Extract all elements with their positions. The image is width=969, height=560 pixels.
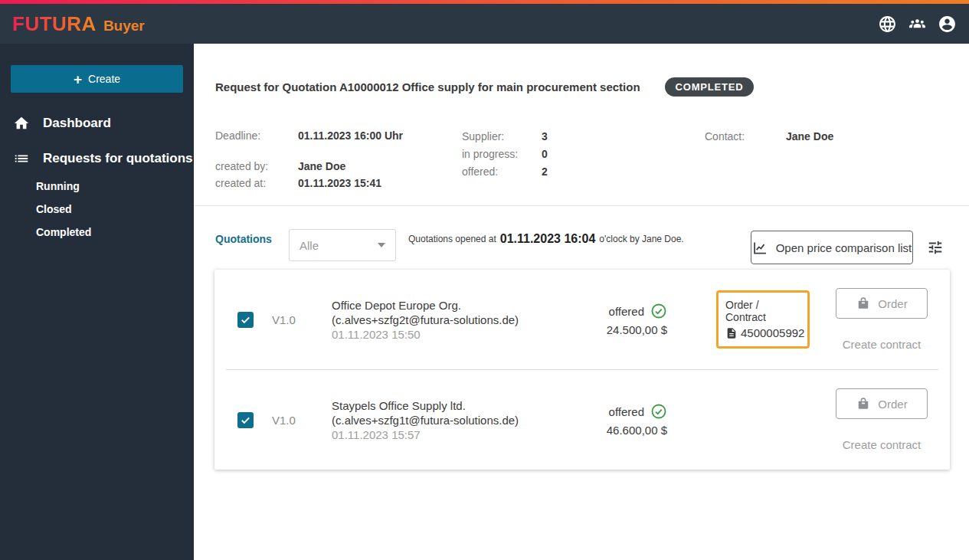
quotations-card: V1.0 Office Depot Europe Org. (c.alves+s… (214, 270, 950, 470)
brand-suffix: Buyer (103, 18, 145, 34)
document-icon (725, 327, 738, 339)
quotations-filter-select[interactable]: Alle (289, 229, 396, 261)
sidebar-item-dashboard[interactable]: Dashboard (0, 108, 194, 139)
sidebar-item-label: Dashboard (43, 116, 111, 131)
offer-status-label: offered (609, 405, 644, 418)
order-contract-label: Order / Contract (725, 299, 801, 323)
main-content: Request for Quotation A10000012 Office s… (194, 44, 969, 560)
app-window: FUTURA Buyer + Create Dashboard (0, 0, 969, 560)
bag-icon (856, 296, 871, 311)
chart-icon (752, 240, 768, 256)
quotation-date: 01.11.2023 15:50 (332, 327, 569, 342)
order-button[interactable]: Order (836, 288, 928, 319)
order-number: 4500005992 (741, 326, 804, 339)
quotation-row-2: V1.0 Staypels Office Supply ltd. (c.alve… (214, 370, 950, 470)
section-divider (194, 205, 969, 206)
offered-count-label: offered: (462, 163, 542, 181)
sidebar-item-closed[interactable]: Closed (0, 198, 194, 221)
contact-value: Jane Doe (786, 128, 833, 145)
sidebar-item-requests[interactable]: Requests for quotations (0, 143, 194, 174)
check-circle-icon (650, 403, 667, 420)
bag-icon (856, 396, 871, 411)
sidebar-item-label: Requests for quotations (43, 151, 193, 166)
contact-label: Contact: (705, 128, 786, 145)
create-contract-link[interactable]: Create contract (836, 338, 928, 351)
opened-time: 01.11.2023 16:04 (500, 232, 596, 246)
chevron-down-icon (378, 243, 385, 247)
supplier-count-value: 3 (542, 128, 548, 146)
row-checkbox[interactable] (237, 412, 254, 428)
supplier-name: Office Depot Europe Org. (332, 298, 569, 313)
in-progress-value: 0 (542, 146, 548, 163)
globe-icon[interactable] (878, 15, 897, 34)
quotations-section-label: Quotations (215, 233, 272, 245)
offer-info: offered 46.600,00 $ (569, 403, 667, 437)
order-button-label: Order (878, 398, 907, 411)
create-button-label: Create (88, 73, 120, 85)
app-header: FUTURA Buyer (0, 4, 969, 44)
filter-icon[interactable] (927, 239, 944, 256)
order-button[interactable]: Order (836, 388, 928, 419)
offer-status-label: offered (609, 305, 644, 318)
offer-price: 46.600,00 $ (569, 424, 667, 437)
brand-name: FUTURA (12, 12, 97, 36)
supplier-name: Staypels Office Supply ltd. (332, 398, 569, 413)
supplier-email: (c.alves+szfg2t@futura-solutions.de) (332, 313, 569, 327)
in-progress-label: in progress: (462, 146, 542, 163)
deadline-label: Deadline: (215, 128, 298, 143)
users-icon[interactable] (908, 15, 927, 34)
plus-icon: + (74, 72, 82, 87)
quotation-version: V1.0 (272, 414, 332, 427)
supplier-email: (c.alves+szfg1t@futura-solutions.de) (332, 413, 569, 427)
order-button-label: Order (878, 297, 907, 310)
home-icon (13, 115, 30, 132)
list-icon (13, 150, 30, 167)
created-by-label: created by: (215, 158, 298, 175)
quotations-opened-note: Quotations opened at 01.11.2023 16:04 o'… (408, 232, 684, 246)
offer-info: offered 24.500,00 $ (569, 303, 667, 336)
compare-button-label: Open price comparison list (776, 241, 912, 254)
page-title: Request for Quotation A10000012 Office s… (215, 80, 640, 93)
quotation-version: V1.0 (272, 313, 332, 326)
sidebar-item-running[interactable]: Running (0, 175, 194, 198)
create-button[interactable]: + Create (11, 65, 183, 93)
opened-suffix: o'clock by Jane Doe. (599, 234, 683, 244)
supplier-info: Staypels Office Supply ltd. (c.alves+szf… (332, 398, 569, 442)
header-actions (878, 15, 957, 34)
opened-prefix: Quotations opened at (408, 234, 496, 244)
sidebar-item-completed[interactable]: Completed (0, 221, 194, 244)
row-checkbox[interactable] (237, 312, 254, 328)
offer-price: 24.500,00 $ (569, 323, 667, 336)
offered-count-value: 2 (542, 163, 548, 181)
created-by-value: Jane Doe (298, 158, 345, 175)
supplier-info: Office Depot Europe Org. (c.alves+szfg2t… (332, 298, 569, 342)
deadline-value: 01.11.2023 16:00 Uhr (298, 128, 403, 143)
quotation-date: 01.11.2023 15:57 (332, 427, 569, 442)
created-at-label: created at: (215, 175, 298, 192)
quotation-row-1: V1.0 Office Depot Europe Org. (c.alves+s… (214, 270, 950, 369)
create-contract-link[interactable]: Create contract (836, 438, 928, 451)
order-contract-box[interactable]: Order / Contract 4500005992 (716, 290, 810, 349)
status-badge: COMPLETED (665, 77, 755, 97)
open-price-comparison-button[interactable]: Open price comparison list (751, 231, 913, 264)
check-circle-icon (650, 303, 667, 319)
filter-selected-value: Alle (300, 239, 319, 252)
app-logo[interactable]: FUTURA Buyer (12, 12, 145, 36)
sidebar: + Create Dashboard Requests for quotatio… (0, 44, 194, 560)
account-icon[interactable] (938, 15, 957, 34)
supplier-count-label: Supplier: (462, 128, 542, 146)
created-at-value: 01.11.2023 15:41 (298, 175, 381, 192)
